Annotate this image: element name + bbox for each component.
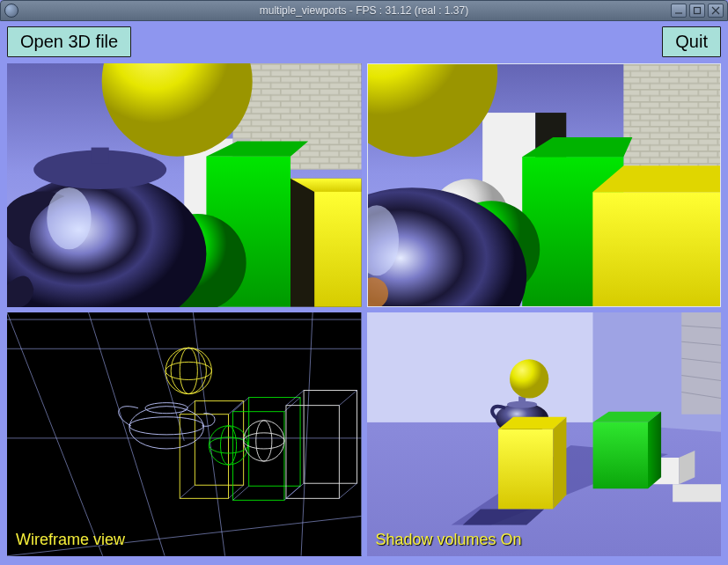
svg-rect-0 [695, 8, 701, 14]
svg-rect-91 [673, 484, 721, 502]
svg-rect-61 [304, 391, 357, 484]
svg-line-65 [339, 483, 357, 498]
svg-rect-30 [592, 192, 720, 306]
wireframe-caption: Wireframe view [16, 531, 125, 549]
viewport-top-left[interactable] [7, 63, 362, 307]
svg-line-63 [339, 391, 357, 406]
window-buttons [671, 4, 724, 18]
svg-rect-60 [286, 406, 339, 499]
svg-point-74 [244, 433, 284, 449]
svg-line-51 [229, 401, 244, 415]
svg-point-34 [368, 64, 497, 157]
viewport-wireframe[interactable]: Wireframe view [7, 312, 362, 556]
titlebar: multiple_viewports - FPS : 31.12 (real :… [0, 0, 728, 21]
svg-point-75 [256, 421, 272, 461]
svg-rect-55 [249, 398, 300, 487]
shadow-caption: Shadow volumes On [376, 531, 522, 549]
svg-rect-92 [592, 422, 647, 488]
svg-point-73 [244, 421, 284, 461]
viewport-top-right[interactable] [367, 63, 722, 307]
app-icon [4, 4, 18, 18]
svg-line-64 [286, 483, 304, 498]
svg-line-53 [229, 485, 244, 498]
svg-line-52 [180, 485, 195, 498]
svg-marker-101 [553, 417, 566, 510]
svg-point-69 [171, 348, 206, 393]
svg-rect-25 [623, 64, 720, 174]
svg-line-58 [233, 486, 249, 500]
open-file-button[interactable]: Open 3D file [7, 26, 131, 57]
viewport-shadow[interactable]: Shadow volumes On [367, 312, 722, 556]
svg-marker-94 [647, 412, 660, 489]
minimize-button[interactable] [671, 4, 687, 18]
svg-point-76 [129, 407, 204, 449]
svg-rect-79 [367, 312, 593, 422]
svg-line-56 [233, 398, 249, 412]
svg-point-98 [510, 359, 548, 398]
svg-point-77 [129, 417, 204, 435]
svg-point-67 [165, 362, 211, 379]
toolbar: Open 3D file Quit [0, 21, 728, 59]
window-title: multiple_viewports - FPS : 31.12 (real :… [260, 4, 468, 17]
svg-point-68 [180, 348, 197, 393]
svg-rect-99 [497, 429, 552, 510]
svg-line-47 [147, 312, 184, 441]
svg-rect-11 [314, 192, 361, 307]
svg-rect-18 [92, 148, 109, 164]
close-button[interactable] [708, 4, 724, 18]
svg-marker-90 [679, 451, 695, 484]
svg-line-62 [286, 391, 304, 406]
viewports-grid: Wireframe view [7, 63, 721, 556]
maximize-button[interactable] [689, 4, 705, 18]
quit-button[interactable]: Quit [662, 26, 721, 57]
svg-point-66 [165, 348, 211, 393]
svg-point-19 [47, 187, 91, 249]
